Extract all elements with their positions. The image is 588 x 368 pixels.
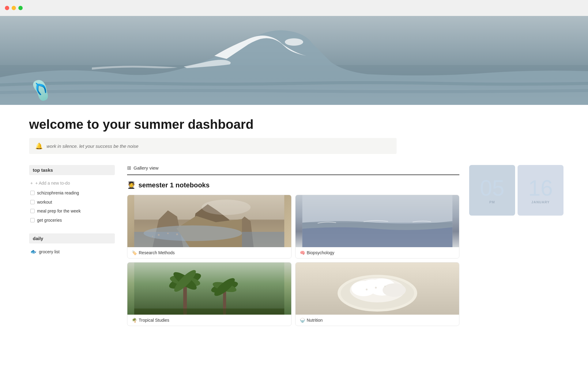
- main-layout: top tasks + + Add a new to-do schizophre…: [29, 165, 564, 326]
- task-label-4: get groceries: [37, 217, 62, 224]
- gallery-card-palm[interactable]: 🌴 Tropical Studies: [127, 262, 292, 326]
- palm-label: Tropical Studies: [139, 318, 169, 323]
- cal-day: 16: [528, 177, 553, 199]
- svg-point-13: [186, 235, 187, 236]
- card-image-research: [127, 195, 291, 247]
- task-item-groceries[interactable]: get groceries: [29, 216, 115, 225]
- titlebar: [0, 0, 588, 16]
- gallery-icon: ⊞: [127, 165, 131, 171]
- task-checkbox-2[interactable]: [30, 200, 35, 204]
- svg-point-35: [383, 283, 406, 297]
- cal-boxes: 05 PM 16 JANUARY: [469, 165, 564, 216]
- svg-point-11: [176, 233, 178, 235]
- gallery-card-food[interactable]: 🍚 Nutrition: [295, 262, 460, 326]
- svg-rect-8: [134, 232, 284, 247]
- research-emoji: 🏷️: [132, 250, 137, 255]
- close-button[interactable]: [5, 6, 9, 10]
- svg-point-14: [195, 233, 196, 235]
- card-footer-research: 🏷️ Research Methods: [127, 247, 291, 258]
- svg-point-36: [362, 279, 383, 292]
- gallery-section: ⊞ Gallery view 🧑‍🎓 semester 1 notebooks: [127, 165, 459, 326]
- svg-point-12: [152, 236, 153, 237]
- svg-rect-17: [302, 195, 452, 223]
- gallery-card-research[interactable]: 🏷️ Research Methods: [127, 195, 292, 259]
- gallery-card-bio[interactable]: 🧠 Biopsychology: [295, 195, 460, 259]
- top-tasks-header: top tasks: [29, 165, 115, 175]
- cal-day-box: 16 JANUARY: [518, 165, 564, 216]
- svg-point-9: [158, 234, 160, 236]
- bio-emoji: 🧠: [300, 250, 305, 255]
- notebooks-label: semester 1 notebooks: [138, 181, 209, 189]
- cal-day-label: JANUARY: [531, 200, 550, 204]
- gallery-view-label[interactable]: Gallery view: [134, 165, 159, 171]
- page-content: welcome to your summer dashboard 🔔 work …: [0, 105, 588, 338]
- card-image-food: [296, 263, 459, 315]
- card-footer-bio: 🧠 Biopsychology: [296, 247, 459, 258]
- daily-header: daily: [29, 233, 115, 243]
- add-task-button[interactable]: + + Add a new to-do: [29, 179, 115, 187]
- svg-point-39: [366, 289, 368, 290]
- add-task-label: + Add a new to-do: [35, 181, 70, 186]
- card-footer-palm: 🌴 Tropical Studies: [127, 315, 291, 326]
- card-image-palm: [127, 263, 291, 315]
- palm-emoji: 🌴: [132, 318, 137, 323]
- notebooks-emoji: 🧑‍🎓: [127, 181, 135, 189]
- task-checkbox-3[interactable]: [30, 209, 35, 213]
- page-title: welcome to your summer dashboard: [29, 117, 564, 132]
- plus-icon: +: [30, 181, 33, 186]
- food-label: Nutrition: [307, 318, 323, 323]
- svg-rect-18: [134, 263, 284, 315]
- notebooks-title: 🧑‍🎓 semester 1 notebooks: [127, 181, 459, 189]
- cal-hour-box: 05 PM: [469, 165, 515, 216]
- fish-icon: 🐟: [30, 249, 36, 255]
- task-checkbox-4[interactable]: [30, 218, 35, 222]
- svg-point-37: [375, 287, 377, 289]
- svg-point-15: [202, 200, 251, 215]
- cal-hour-label: PM: [489, 200, 495, 204]
- task-label-1: schizophrenia reading: [37, 190, 79, 196]
- calendar-widget: 05 PM 16 JANUARY: [469, 165, 564, 216]
- task-label-3: meal prep for the week: [37, 208, 81, 214]
- task-item-schizophrenia[interactable]: schizophrenia reading: [29, 189, 115, 198]
- gallery-view-bar: ⊞ Gallery view: [127, 165, 459, 175]
- svg-point-2: [285, 38, 303, 46]
- svg-point-38: [384, 286, 386, 287]
- quote-icon: 🔔: [35, 142, 43, 150]
- cal-hour: 05: [480, 177, 504, 199]
- card-image-bio: [296, 195, 459, 247]
- svg-rect-28: [134, 309, 284, 315]
- task-item-workout[interactable]: workout: [29, 198, 115, 207]
- task-checkbox-1[interactable]: [30, 191, 35, 195]
- minimize-button[interactable]: [12, 6, 16, 10]
- task-label-2: workout: [37, 199, 52, 205]
- quote-block: 🔔 work in silence. let your success be t…: [29, 138, 397, 154]
- food-emoji: 🍚: [300, 318, 305, 323]
- maximize-button[interactable]: [18, 6, 23, 10]
- daily-label-grocery: grocery list: [39, 249, 60, 254]
- sidebar: top tasks + + Add a new to-do schizophre…: [29, 165, 115, 256]
- daily-item-grocery-list[interactable]: 🐟 grocery list: [29, 247, 115, 256]
- quote-text: work in silence. let your success be the…: [47, 144, 138, 149]
- daily-section: daily 🐟 grocery list: [29, 233, 115, 256]
- card-footer-food: 🍚 Nutrition: [296, 315, 459, 326]
- svg-point-10: [167, 233, 169, 234]
- hero-banner: 🩴: [0, 16, 588, 105]
- task-item-meal-prep[interactable]: meal prep for the week: [29, 207, 115, 216]
- gallery-grid: 🏷️ Research Methods: [127, 195, 459, 326]
- bio-label: Biopsychology: [307, 250, 334, 255]
- research-label: Research Methods: [139, 250, 175, 255]
